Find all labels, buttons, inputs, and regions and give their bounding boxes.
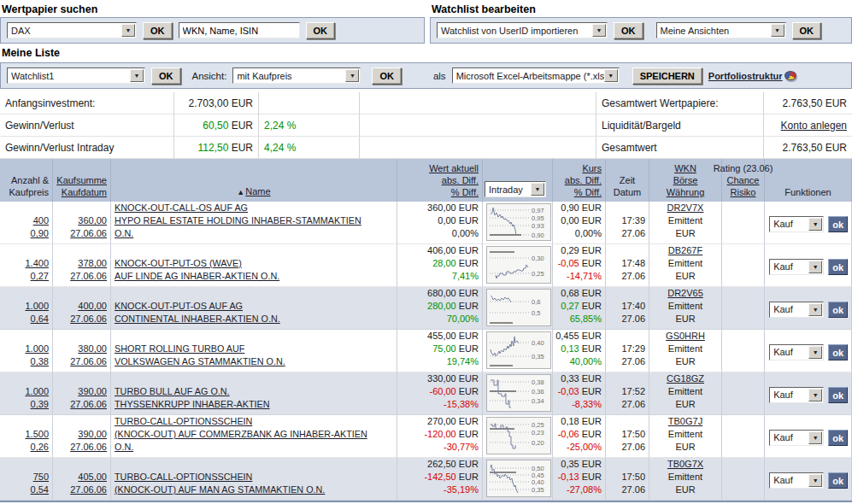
chevron-down-icon[interactable]: ▼: [531, 183, 544, 196]
action-select[interactable]: Kauf ▼: [769, 302, 824, 318]
sort-kurs-abs-link[interactable]: abs. Diff.: [565, 174, 602, 186]
chevron-down-icon[interactable]: ▼: [130, 69, 144, 82]
action-select[interactable]: Kauf ▼: [769, 344, 824, 360]
security-name-link[interactable]: KNOCK-OUT-CALL-OS AUF AG: [115, 202, 393, 214]
intraday-sparkline[interactable]: 0,400,35: [486, 331, 551, 369]
buy-price-link[interactable]: 0,90: [31, 227, 49, 240]
security-name-link[interactable]: TURBO-CALL-OPTIONSSCHEIN: [115, 415, 393, 428]
wkn-link[interactable]: TB0G7J: [668, 415, 702, 428]
action-select[interactable]: Kauf ▼: [769, 387, 824, 403]
action-ok-button[interactable]: ok: [828, 387, 848, 403]
index-select[interactable]: DAX ▼: [7, 22, 137, 38]
sort-name-link[interactable]: Name: [245, 186, 270, 196]
ansicht-ok-button[interactable]: OK: [372, 67, 402, 85]
views-ok-button[interactable]: OK: [792, 22, 822, 39]
chevron-down-icon[interactable]: ▼: [808, 474, 822, 487]
quantity-link[interactable]: 1.000: [25, 343, 49, 355]
quantity-link[interactable]: 750: [33, 471, 49, 483]
sort-wkn-link[interactable]: WKN: [674, 162, 696, 174]
ansicht-select[interactable]: mit Kaufpreis ▼: [232, 67, 361, 84]
intraday-sparkline[interactable]: 0,300,25: [486, 246, 551, 284]
security-name-link[interactable]: O.N.: [115, 441, 393, 454]
chevron-down-icon[interactable]: ▼: [345, 69, 359, 82]
buy-date-link[interactable]: 27.06.06: [70, 398, 107, 411]
views-select[interactable]: Meine Ansichten ▼: [656, 22, 786, 38]
security-name-link[interactable]: CONTINENTAL INHABER-AKTIEN O.N.: [115, 313, 393, 325]
buy-sum-link[interactable]: 390,00: [78, 385, 107, 398]
buy-price-link[interactable]: 0,54: [31, 483, 49, 496]
quantity-link[interactable]: 1.500: [25, 428, 49, 441]
security-search-input[interactable]: [179, 22, 300, 38]
action-select[interactable]: Kauf ▼: [769, 472, 824, 489]
sort-risiko-link[interactable]: Risiko: [731, 186, 756, 198]
wkn-link[interactable]: DB267F: [668, 244, 702, 257]
import-select[interactable]: Watchlist von UserID importieren ▼: [437, 22, 608, 38]
import-ok-button[interactable]: OK: [614, 22, 643, 39]
wkn-link[interactable]: CG18GZ: [667, 372, 704, 385]
chevron-down-icon[interactable]: ▼: [771, 24, 784, 37]
chevron-down-icon[interactable]: ▼: [592, 24, 606, 37]
chevron-down-icon[interactable]: ▼: [808, 261, 822, 273]
sort-kurs-link[interactable]: Kurs: [582, 162, 602, 174]
intraday-sparkline[interactable]: 0,60,5: [486, 289, 551, 326]
buy-date-link[interactable]: 27.06.06: [70, 270, 107, 283]
buy-sum-link[interactable]: 378,00: [78, 257, 107, 270]
security-name-link[interactable]: SHORT ROLLING TURBO AUF: [115, 343, 393, 355]
chevron-down-icon[interactable]: ▼: [808, 218, 822, 231]
quantity-link[interactable]: 1.400: [25, 257, 49, 270]
portfoliostruktur-link[interactable]: Portfoliostruktur: [708, 71, 796, 81]
action-ok-button[interactable]: ok: [828, 302, 848, 318]
sort-chance-link[interactable]: Chance: [727, 174, 760, 186]
sort-wert-abs-link[interactable]: abs. Diff.: [442, 174, 479, 186]
index-ok-button[interactable]: OK: [143, 22, 173, 39]
intraday-sparkline[interactable]: 0,500,450,400,35: [486, 460, 551, 497]
intraday-sparkline[interactable]: 0,970,950,930,90: [486, 203, 551, 241]
sort-waehrung-link[interactable]: Währung: [667, 186, 705, 198]
buy-price-link[interactable]: 0,26: [31, 441, 49, 454]
search-ok-button[interactable]: OK: [306, 22, 336, 39]
security-name-link[interactable]: O.N.: [115, 227, 393, 240]
sort-kaufsumme-link[interactable]: Kaufsumme: [56, 174, 107, 186]
buy-date-link[interactable]: 27.06.06: [70, 441, 107, 454]
action-ok-button[interactable]: ok: [828, 344, 848, 360]
action-select[interactable]: Kauf ▼: [769, 216, 824, 232]
sort-kurs-pct-link[interactable]: % Diff.: [574, 186, 602, 198]
sort-wert-pct-link[interactable]: % Diff.: [451, 186, 479, 198]
security-name-link[interactable]: TURBO-CALL-OPTIONSSCHEIN: [115, 471, 393, 483]
chevron-down-icon[interactable]: ▼: [808, 303, 822, 316]
konto-anlegen-link[interactable]: Konto anlegen: [781, 120, 847, 132]
buy-date-link[interactable]: 27.06.06: [70, 227, 107, 240]
buy-sum-link[interactable]: 405,00: [78, 471, 107, 483]
chevron-down-icon[interactable]: ▼: [604, 69, 618, 82]
watchlist-ok-button[interactable]: OK: [151, 67, 181, 85]
chevron-down-icon[interactable]: ▼: [808, 346, 822, 359]
buy-sum-link[interactable]: 380,00: [78, 343, 107, 355]
chevron-down-icon[interactable]: ▼: [121, 24, 135, 37]
security-name-link[interactable]: THYSSENKRUPP INHABER-AKTIEN: [115, 398, 393, 411]
quantity-link[interactable]: 400: [33, 214, 49, 227]
sort-kaufdatum-link[interactable]: Kaufdatum: [62, 186, 107, 198]
intraday-sparkline[interactable]: 0,250,230,20: [486, 417, 551, 454]
watchlist-select[interactable]: Watchlist1 ▼: [7, 67, 145, 84]
security-name-link[interactable]: TURBO BULL AUF AG O.N.: [115, 385, 393, 398]
buy-sum-link[interactable]: 400,00: [78, 300, 107, 313]
sort-wert-link[interactable]: Wert aktuell: [429, 162, 479, 174]
security-name-link[interactable]: AUF LINDE AG INHABER-AKTIEN O.N.: [115, 270, 393, 283]
security-name-link[interactable]: VOLKSWAGEN AG STAMMAKTIEN O.N.: [115, 355, 393, 368]
security-name-link[interactable]: (KNOCK-OUT) AUF COMMERZBANK AG INHABER-A…: [115, 428, 393, 441]
action-ok-button[interactable]: ok: [828, 430, 848, 446]
sort-boerse-link[interactable]: Börse: [673, 174, 698, 186]
action-ok-button[interactable]: ok: [828, 259, 848, 275]
action-ok-button[interactable]: ok: [828, 216, 848, 232]
intraday-sparkline[interactable]: 0,380,360,34: [486, 374, 551, 412]
buy-price-link[interactable]: 0,64: [31, 313, 49, 325]
quantity-link[interactable]: 1.000: [25, 385, 49, 398]
export-format-select[interactable]: Microsoft Excel-Arbeitsmappe (*.xls) ▼: [452, 67, 620, 84]
buy-date-link[interactable]: 27.06.06: [70, 355, 107, 368]
buy-price-link[interactable]: 0,39: [31, 398, 49, 411]
quantity-link[interactable]: 1.000: [25, 300, 49, 313]
action-ok-button[interactable]: ok: [828, 472, 848, 489]
speichern-button[interactable]: SPEICHERN: [632, 67, 702, 85]
security-name-link[interactable]: KNOCK-OUT-PUT-OS (WAVE): [115, 257, 393, 270]
wkn-link[interactable]: TB0G7X: [667, 458, 703, 471]
